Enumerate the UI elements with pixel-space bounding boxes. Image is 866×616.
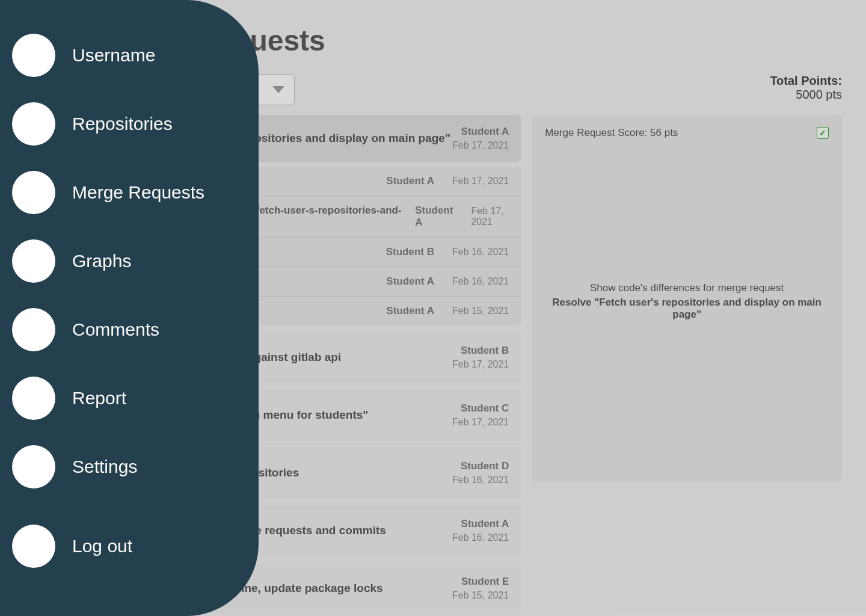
commit-date: Feb 16, 2021 — [452, 276, 509, 287]
logout-icon — [12, 525, 55, 568]
detail-column: Merge Request Score: 56 pts ✓ Show code'… — [532, 115, 842, 616]
detail-line2: Resolve "Fetch user's repositories and d… — [545, 297, 829, 321]
mr-student: Student B — [452, 345, 509, 357]
sidebar-item-comments[interactable]: Comments — [12, 308, 247, 351]
sidebar-item-label: Settings — [72, 457, 137, 477]
commit-student: Student A — [386, 276, 434, 288]
mr-student: Student E — [452, 576, 509, 588]
total-points: Total Points: 5000 pts — [770, 74, 842, 102]
sidebar-item-merge-requests[interactable]: Merge Requests — [12, 171, 247, 214]
commit-date: Feb 16, 2021 — [452, 247, 509, 257]
sidebar-item-label: Report — [72, 388, 126, 408]
mr-student: Student A — [452, 518, 509, 530]
mr-date: Feb 17, 2021 — [452, 140, 509, 150]
repo-icon — [12, 102, 55, 146]
sidebar-item-graphs[interactable]: Graphs — [12, 239, 247, 283]
sidebar-item-label: Repositories — [72, 114, 173, 134]
total-points-label: Total Points: — [770, 74, 842, 88]
detail-line1: Show code's differences for merge reques… — [590, 282, 784, 294]
commit-student: Student B — [386, 246, 434, 258]
mr-date: Feb 17, 2021 — [452, 359, 509, 369]
sidebar-item-label: Merge Requests — [72, 182, 204, 203]
detail-head: Merge Request Score: 56 pts ✓ — [545, 127, 829, 139]
mr-student: Student A — [452, 126, 509, 138]
mr-meta: Student A Feb 17, 2021 — [452, 126, 509, 151]
gear-icon — [12, 445, 55, 488]
mr-student: Student D — [452, 460, 509, 472]
commit-student: Student A — [415, 205, 453, 229]
sidebar-item-label: Username — [72, 45, 155, 66]
merge-icon — [12, 171, 55, 214]
graph-icon — [12, 239, 55, 283]
sidebar-item-label: Log out — [72, 536, 132, 556]
sidebar-item-report[interactable]: Report — [12, 377, 247, 420]
sidebar-item-label: Graphs — [72, 251, 131, 271]
sidebar-item-settings[interactable]: Settings — [12, 445, 247, 488]
commit-date: Feb 15, 2021 — [452, 306, 509, 316]
mr-student: Student C — [452, 402, 509, 414]
detail-card: Merge Request Score: 56 pts ✓ Show code'… — [532, 115, 842, 482]
mr-date: Feb 16, 2021 — [452, 532, 509, 543]
sidebar-item-logout[interactable]: Log out — [12, 525, 247, 568]
total-points-value: 5000 pts — [770, 88, 842, 102]
user-icon — [12, 34, 55, 77]
sidebar-item-label: Comments — [72, 319, 159, 340]
comment-icon — [12, 308, 55, 351]
mr-date: Feb 17, 2021 — [452, 417, 509, 427]
nav-list: Username Repositories Merge Requests Gra… — [12, 34, 247, 488]
commit-student: Student A — [386, 175, 434, 187]
chevron-down-icon — [272, 86, 284, 93]
sidebar: Username Repositories Merge Requests Gra… — [0, 0, 259, 616]
ignore-checkbox[interactable]: ✓ — [817, 127, 829, 139]
detail-body: Show code's differences for merge reques… — [545, 139, 829, 464]
commit-date: Feb 17, 2021 — [452, 176, 509, 186]
mr-date: Feb 15, 2021 — [452, 590, 509, 600]
report-icon — [12, 377, 55, 420]
score-text: Merge Request Score: 56 pts — [545, 127, 678, 139]
commit-date: Feb 17, 2021 — [471, 206, 509, 227]
commit-student: Student A — [386, 305, 434, 317]
sidebar-item-repositories[interactable]: Repositories — [12, 102, 247, 146]
sidebar-item-username[interactable]: Username — [12, 34, 247, 77]
mr-date: Feb 16, 2021 — [452, 475, 509, 485]
